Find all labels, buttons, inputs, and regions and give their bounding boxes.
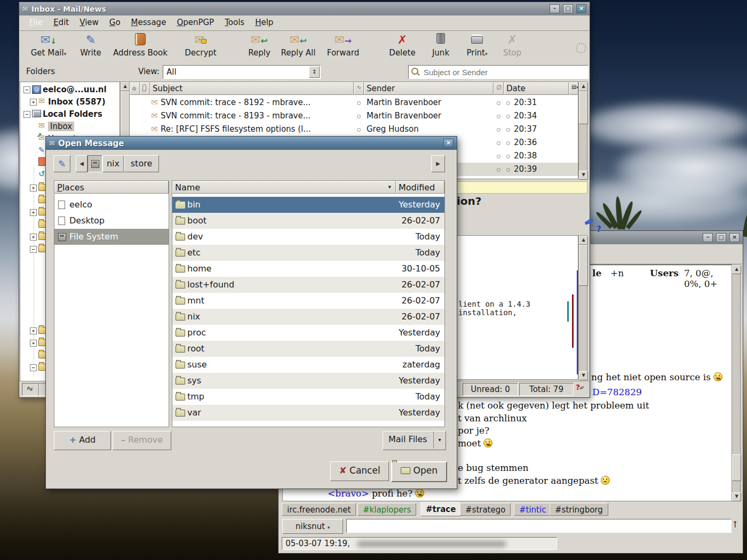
col-attachment[interactable] xyxy=(140,82,150,95)
address-book-button[interactable]: Address Book xyxy=(108,33,172,60)
tree-expander[interactable]: – xyxy=(30,246,37,253)
tree-expander[interactable]: + xyxy=(30,340,37,347)
offline-indicator[interactable]: ∿ xyxy=(22,383,38,396)
send-arrow-icon[interactable]: ↑ xyxy=(732,519,738,530)
scroll-up-icon[interactable]: ▲ xyxy=(579,236,588,245)
search-input[interactable] xyxy=(423,66,585,78)
irc-chat-scrollbar[interactable]: ▲ ▼ xyxy=(732,265,741,501)
filter-select[interactable]: Mail Files ▾ xyxy=(383,431,446,450)
close-icon[interactable]: × xyxy=(576,4,586,13)
decrypt-button[interactable]: ✉ Decrypt xyxy=(180,33,221,60)
nick-selector[interactable]: niksnut ▾ xyxy=(282,519,343,534)
menu-file[interactable]: File xyxy=(24,15,48,29)
message-row[interactable]: ✉SVN commit: trace - 8193 - mbrave... Ma… xyxy=(130,109,578,123)
reply-button[interactable]: ✉↩ Reply xyxy=(244,33,275,60)
add-button[interactable]: + Add xyxy=(54,431,111,450)
place-item-eelco[interactable]: eelco xyxy=(54,197,169,213)
file-row-sys[interactable]: sys Yesterday xyxy=(172,373,444,389)
menu-view[interactable]: View xyxy=(74,15,104,29)
mail-titlebar[interactable]: ✉ Inbox - Mail/News – □ × xyxy=(19,2,590,15)
scroll-up-icon[interactable]: ▲ xyxy=(121,82,130,91)
message-row[interactable]: ✉Re: [RFC] FSFS filesystem options (l...… xyxy=(130,123,578,136)
reply-all-button[interactable]: ✉↩ Reply All xyxy=(277,33,320,60)
name-column-header[interactable]: Name ▾ xyxy=(172,181,396,194)
tab-channel-klaplopers[interactable]: #klaplopers xyxy=(357,503,416,516)
tree-expander[interactable]: – xyxy=(30,364,37,371)
scroll-down-icon[interactable]: ▼ xyxy=(732,492,741,501)
file-row-tmp[interactable]: tmp Today xyxy=(172,389,444,405)
dialog-titlebar[interactable]: ✉ Open Message × xyxy=(46,137,457,150)
tree-expander[interactable]: + xyxy=(30,185,37,191)
col-subject[interactable]: Subject xyxy=(150,82,354,95)
menu-message[interactable]: Message xyxy=(126,15,172,29)
tab-channel-trace[interactable]: #trace xyxy=(420,502,461,516)
write-button[interactable]: ✎ Write xyxy=(75,33,106,60)
tab-network[interactable]: irc.freenode.net xyxy=(282,503,356,516)
delete-button[interactable]: ✗ Delete xyxy=(384,33,421,60)
scroll-down-icon[interactable]: ▼ xyxy=(579,171,588,180)
scroll-up-icon[interactable]: ▲ xyxy=(732,265,741,274)
tree-row-inbox-local[interactable]: ✉ Inbox xyxy=(20,121,120,132)
col-flag[interactable] xyxy=(130,82,140,95)
col-thread[interactable]: ∿ xyxy=(354,82,364,95)
tab-channel-stratego[interactable]: #stratego xyxy=(460,503,511,516)
remove-button[interactable]: – Remove xyxy=(113,431,171,450)
print-button[interactable]: Print▾ xyxy=(460,33,494,60)
file-row-boot[interactable]: boot 26-02-07 xyxy=(172,213,444,229)
tree-row[interactable]: ↺ xyxy=(38,169,45,179)
irc-message-input[interactable] xyxy=(346,519,732,533)
tree-expander[interactable]: + xyxy=(30,209,37,216)
type-filename-button[interactable]: ✎ xyxy=(53,155,70,172)
tree-row-local-folders[interactable]: – Local Folders xyxy=(20,108,120,120)
col-junk[interactable]: ∅ xyxy=(494,82,504,95)
maximize-icon[interactable]: □ xyxy=(716,233,726,242)
tree-row[interactable]: ✎ xyxy=(38,146,45,154)
path-root-button[interactable] xyxy=(88,155,102,172)
stop-button[interactable]: ✗ Stop xyxy=(499,33,526,60)
col-sender[interactable]: Sender xyxy=(364,82,494,95)
col-date[interactable]: Date xyxy=(504,82,569,95)
tree-expander[interactable]: + xyxy=(30,234,37,241)
forward-button[interactable]: ✉→ Forward xyxy=(322,33,364,60)
file-row-bin[interactable]: bin Yesterday xyxy=(172,197,444,213)
path-back-icon[interactable]: ◀ xyxy=(76,155,88,172)
file-row-etc[interactable]: etc Today xyxy=(172,245,444,261)
menu-go[interactable]: Go xyxy=(104,15,126,29)
file-row-suse[interactable]: suse zaterdag xyxy=(172,357,444,373)
places-header[interactable]: Places xyxy=(54,181,169,194)
tree-expander[interactable]: + xyxy=(30,327,37,334)
maximize-icon[interactable]: □ xyxy=(563,4,573,13)
message-row[interactable]: ✉SVN commit: trace - 8192 - mbrave... Ma… xyxy=(130,96,578,109)
view-select[interactable]: All ↕ xyxy=(163,65,321,79)
scroll-up-icon[interactable]: ▲ xyxy=(579,82,588,91)
message-body-scrollbar[interactable]: ▲ ▼ xyxy=(578,235,587,380)
search-box[interactable] xyxy=(408,65,589,79)
close-icon[interactable]: × xyxy=(443,139,454,148)
tab-channel-stringborg[interactable]: #stringborg xyxy=(550,503,608,516)
cancel-button[interactable]: ✘ Cancel xyxy=(330,461,389,481)
tree-row[interactable] xyxy=(38,157,46,167)
file-row-proc[interactable]: proc Yesterday xyxy=(172,325,444,341)
place-item-filesystem[interactable]: File System xyxy=(54,229,169,245)
scroll-down-icon[interactable]: ▼ xyxy=(579,371,588,380)
file-row-var[interactable]: var Yesterday xyxy=(172,405,444,421)
close-icon[interactable]: × xyxy=(729,233,740,242)
menu-tools[interactable]: Tools xyxy=(219,15,250,29)
tree-row-account[interactable]: – @ eelco@...uu.nl xyxy=(20,84,120,95)
tree-row-inbox-remote[interactable]: + ✉ Inbox (5587) xyxy=(20,96,120,108)
file-row-home[interactable]: home 30-10-05 xyxy=(172,261,444,277)
file-row-dev[interactable]: dev Today xyxy=(172,229,444,245)
menu-openpgp[interactable]: OpenPGP xyxy=(171,15,219,29)
file-row-root[interactable]: root Today xyxy=(172,341,444,357)
path-crumb-nix[interactable]: nix xyxy=(102,155,124,172)
modified-column-header[interactable]: Modified xyxy=(396,181,444,194)
junk-button[interactable]: Junk xyxy=(425,33,456,60)
open-button[interactable]: Open xyxy=(391,461,447,482)
file-row-nix[interactable]: nix 26-02-07 xyxy=(172,309,444,325)
message-list-scrollbar[interactable]: ▲ ▼ xyxy=(578,82,587,179)
menu-help[interactable]: Help xyxy=(250,15,279,29)
minimize-icon[interactable]: – xyxy=(703,233,713,242)
combo-spin-icon[interactable]: ↕ xyxy=(309,66,320,78)
file-row-lostfound[interactable]: lost+found 26-02-07 xyxy=(172,277,444,293)
menu-edit[interactable]: Edit xyxy=(48,15,74,29)
